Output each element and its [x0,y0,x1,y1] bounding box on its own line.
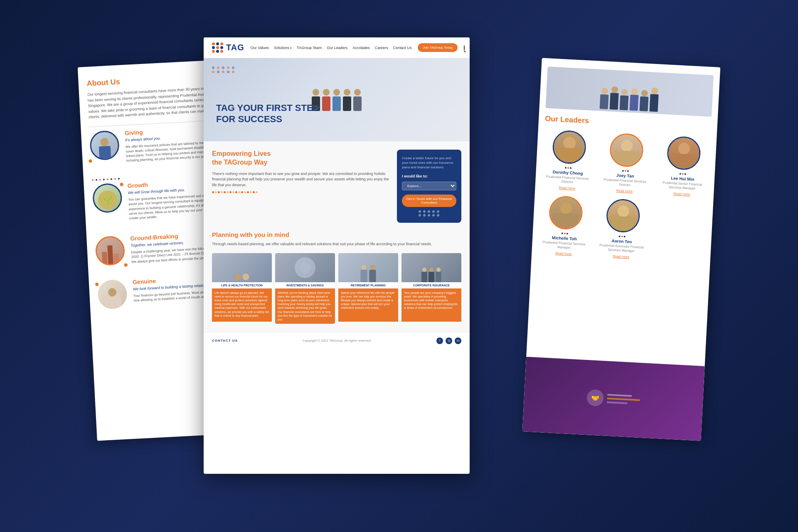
michelle-title: Prudential Financial Services Manager [538,240,590,251]
empowering-text: Empowering Lives the TAGroup Way There's… [212,150,391,223]
head [323,89,330,96]
service-retire: RETIREMENT PLANNING Spend your retiremen… [338,253,398,324]
right-hero [546,66,714,117]
joey-face [611,134,643,166]
lee-read-more[interactable]: Read more [656,191,708,197]
head [354,89,361,96]
dot [232,66,234,69]
service-corp-title: CORPORATE INSURANCE [401,282,461,288]
nav-accolades[interactable]: Accolades [352,46,370,50]
main-content: Empowering Lives the TAGroup Way There's… [204,141,470,332]
leader-michelle: Michelle Toh Prudential Financial Servic… [538,195,592,256]
facebook-icon[interactable]: f [436,337,443,344]
service-invest-image [275,253,335,282]
aaron-read-more[interactable]: Read more [595,253,647,259]
leaders-grid: Dorothy Chong Prudential Financial Servi… [538,129,710,263]
lee-face [668,137,700,170]
service-invest: INVESTMENTS & SAVINGS Whether you're thi… [275,253,335,324]
leader-dorothy: Dorothy Chong Prudential Financial Servi… [541,129,596,191]
person-5 [353,89,362,111]
dot [212,66,214,69]
logo-dot [216,42,219,45]
leader-lee: Lee Hui Min Prudential Senior Financial … [656,135,711,197]
giving-image [89,130,120,160]
nav-careers[interactable]: Careers [375,46,388,50]
dot [217,71,219,73]
dorothy-read-more[interactable]: Read more [541,185,593,191]
page-footer: CONTACT US Copyright © 2022 TAGroup. All… [204,332,470,349]
copyright-text: Copyright © 2022 TAGroup. All rights res… [303,339,372,342]
dot [217,66,219,69]
lee-title: Prudential Senior Financial Services Man… [656,180,708,192]
service-invest-desc: Whether you're thinking about short-term… [275,288,335,324]
nav-our-values[interactable]: Our Values [251,46,269,50]
body [322,96,330,111]
logo-dot [216,50,219,53]
body [343,96,351,111]
hero-text: TAG YOUR FIRST STEP FOR SUCCESS [216,103,319,125]
empowering-section: Empowering Lives the TAGroup Way There's… [212,150,461,223]
michelle-face [549,197,582,229]
body [353,96,362,111]
orange-dot-4 [95,283,99,286]
aaron-title: Prudential Associate Financial Services … [596,243,647,254]
service-corp: CORPORATE INSURANCE Your people are your… [401,253,461,324]
service-life-image [212,253,272,282]
hero-title: TAG YOUR FIRST STEP FOR SUCCESS [216,103,319,125]
card-description: Create a better future for you and your … [402,156,456,170]
logo-dot [216,46,219,49]
explore-dropdown[interactable]: Explore... [402,182,456,190]
empowering-body: There's nothing more important than to s… [212,171,391,188]
card-dot-grid [402,210,456,217]
right-bottom-section: 🤝 [522,357,705,441]
aaron-face [607,200,639,232]
dot [222,66,224,69]
service-life-title: LIFE & HEALTH PROTECTION [212,282,272,288]
logo-dot [220,50,223,53]
services-grid: LIFE & HEALTH PROTECTION Life doesn't al… [212,253,461,324]
center-page: TAG Our Values Solutions TAGroup Team Ou… [204,37,470,474]
nav-our-leaders[interactable]: Our Leaders [327,46,347,50]
dorothy-avatar [552,130,586,165]
dot [232,71,234,73]
service-retire-title: RETIREMENT PLANNING [338,282,398,288]
nav-solutions[interactable]: Solutions [274,46,292,50]
planning-body: Through needs-based planning, we offer v… [212,241,461,247]
lee-avatar [667,136,702,171]
groundbreaking-image [95,236,126,266]
consultant-button[interactable]: Get in Touch with our Financial Consulta… [402,195,456,207]
dot [222,71,224,73]
contact-label[interactable]: CONTACT US [212,339,238,342]
planning-section: Planning with you in mind Through needs-… [212,231,461,247]
hero-dot-decoration [212,66,235,73]
cta-button[interactable]: Join TAGroup Today [418,43,458,52]
orange-dot-3 [124,263,128,266]
body [332,96,341,111]
joey-read-more[interactable]: Read more [599,188,650,194]
card-label: I would like to: [402,174,456,178]
hero-section: TAG YOUR FIRST STEP FOR SUCCESS [204,58,470,141]
navigation: TAG Our Values Solutions TAGroup Team Ou… [204,37,470,58]
genuine-image [97,279,128,310]
nav-tagroup-team[interactable]: TAGroup Team [297,46,322,50]
planning-heading: Planning with you in mind [212,231,461,238]
orange-dot-2 [120,183,123,186]
person-4 [343,89,351,111]
nav-links: Our Values Solutions TAGroup Team Our Le… [251,46,412,50]
joey-title: Prudential Financial Services Director [599,177,650,189]
logo-dot [212,46,215,49]
search-icon[interactable] [464,45,465,51]
logo-dot [220,46,223,49]
michelle-read-more[interactable]: Read more [538,250,589,256]
nav-contact-us[interactable]: Contact Us [393,46,412,50]
dorothy-title: Prudential Financial Services Director [542,175,593,186]
pages-container: About Us Our longest-servicing financial… [87,37,711,495]
right-page: Our Leaders Dorothy Chong Prudential F [522,58,721,441]
person-2 [322,89,330,111]
linkedin-icon[interactable]: in [455,337,461,344]
instagram-icon[interactable]: ◎ [446,337,452,344]
service-retire-desc: Spend your retirement life with the peop… [338,288,398,322]
dorothy-face [553,131,585,163]
service-life-desc: Life doesn't always go as planned. We ne… [212,288,272,322]
cta-card: Create a better future for you and your … [397,150,461,223]
